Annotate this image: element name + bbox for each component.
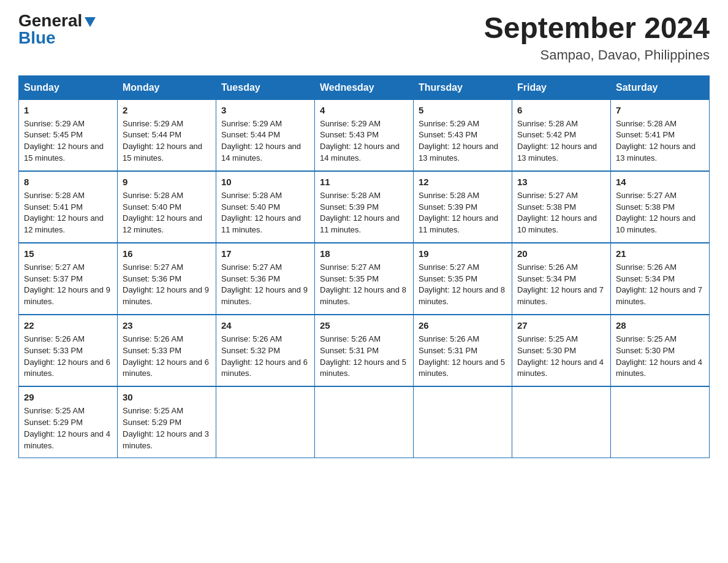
calendar-day-cell: 7Sunrise: 5:28 AMSunset: 5:41 PMDaylight… — [611, 99, 710, 171]
calendar-day-cell: 1Sunrise: 5:29 AMSunset: 5:45 PMDaylight… — [19, 99, 118, 171]
calendar-week-row: 8Sunrise: 5:28 AMSunset: 5:41 PMDaylight… — [19, 171, 710, 243]
calendar-day-cell: 17Sunrise: 5:27 AMSunset: 5:36 PMDayligh… — [216, 243, 315, 315]
day-number: 10 — [221, 175, 309, 189]
day-number: 7 — [616, 104, 704, 117]
calendar-day-cell — [512, 386, 611, 458]
day-number: 25 — [320, 319, 408, 332]
day-number: 3 — [221, 104, 309, 117]
day-number: 29 — [24, 391, 112, 404]
calendar-week-row: 29Sunrise: 5:25 AMSunset: 5:29 PMDayligh… — [19, 386, 710, 458]
day-number: 11 — [320, 175, 408, 189]
calendar-day-cell: 6Sunrise: 5:28 AMSunset: 5:42 PMDaylight… — [512, 99, 611, 171]
calendar-day-cell: 13Sunrise: 5:27 AMSunset: 5:38 PMDayligh… — [512, 171, 611, 243]
calendar-day-cell: 5Sunrise: 5:29 AMSunset: 5:43 PMDaylight… — [414, 99, 512, 171]
calendar-day-cell: 22Sunrise: 5:26 AMSunset: 5:33 PMDayligh… — [19, 315, 118, 386]
day-number: 20 — [517, 247, 605, 261]
day-number: 22 — [24, 319, 112, 332]
calendar-week-row: 1Sunrise: 5:29 AMSunset: 5:45 PMDaylight… — [19, 99, 710, 171]
calendar-day-cell: 9Sunrise: 5:28 AMSunset: 5:40 PMDaylight… — [118, 171, 216, 243]
logo: General Blue — [18, 12, 97, 47]
calendar-day-cell: 19Sunrise: 5:27 AMSunset: 5:35 PMDayligh… — [414, 243, 512, 315]
day-number: 12 — [419, 175, 507, 189]
calendar-day-cell — [414, 386, 512, 458]
day-number: 6 — [517, 104, 605, 117]
calendar-day-cell: 3Sunrise: 5:29 AMSunset: 5:44 PMDaylight… — [216, 99, 315, 171]
calendar-day-header: Thursday — [414, 75, 512, 99]
day-number: 2 — [123, 104, 211, 117]
calendar-day-cell: 11Sunrise: 5:28 AMSunset: 5:39 PMDayligh… — [315, 171, 414, 243]
month-year-title: September 2024 — [484, 12, 710, 45]
day-number: 1 — [24, 104, 112, 117]
day-number: 4 — [320, 104, 408, 117]
calendar-day-cell: 8Sunrise: 5:28 AMSunset: 5:41 PMDaylight… — [19, 171, 118, 243]
day-number: 30 — [123, 391, 211, 404]
calendar-day-cell: 23Sunrise: 5:26 AMSunset: 5:33 PMDayligh… — [118, 315, 216, 386]
calendar-day-cell: 21Sunrise: 5:26 AMSunset: 5:34 PMDayligh… — [611, 243, 710, 315]
calendar-day-cell: 16Sunrise: 5:27 AMSunset: 5:36 PMDayligh… — [118, 243, 216, 315]
calendar-day-cell: 24Sunrise: 5:26 AMSunset: 5:32 PMDayligh… — [216, 315, 315, 386]
calendar-day-cell — [611, 386, 710, 458]
day-number: 9 — [123, 175, 211, 189]
calendar-day-cell: 26Sunrise: 5:26 AMSunset: 5:31 PMDayligh… — [414, 315, 512, 386]
calendar-day-cell: 25Sunrise: 5:26 AMSunset: 5:31 PMDayligh… — [315, 315, 414, 386]
day-number: 17 — [221, 247, 309, 261]
day-number: 14 — [616, 175, 704, 189]
calendar-day-cell: 15Sunrise: 5:27 AMSunset: 5:37 PMDayligh… — [19, 243, 118, 315]
calendar-day-cell — [216, 386, 315, 458]
calendar-day-header: Friday — [512, 75, 611, 99]
calendar-day-header: Monday — [118, 75, 216, 99]
calendar-day-cell: 18Sunrise: 5:27 AMSunset: 5:35 PMDayligh… — [315, 243, 414, 315]
logo-triangle-icon — [83, 15, 97, 28]
svg-marker-0 — [85, 17, 96, 27]
calendar-day-header: Wednesday — [315, 75, 414, 99]
calendar-day-cell: 14Sunrise: 5:27 AMSunset: 5:38 PMDayligh… — [611, 171, 710, 243]
calendar-day-cell: 20Sunrise: 5:26 AMSunset: 5:34 PMDayligh… — [512, 243, 611, 315]
calendar-day-header: Tuesday — [216, 75, 315, 99]
calendar-day-cell: 28Sunrise: 5:25 AMSunset: 5:30 PMDayligh… — [611, 315, 710, 386]
calendar-week-row: 15Sunrise: 5:27 AMSunset: 5:37 PMDayligh… — [19, 243, 710, 315]
calendar-day-cell: 2Sunrise: 5:29 AMSunset: 5:44 PMDaylight… — [118, 99, 216, 171]
day-number: 15 — [24, 247, 112, 261]
calendar-day-cell — [315, 386, 414, 458]
calendar-day-cell: 12Sunrise: 5:28 AMSunset: 5:39 PMDayligh… — [414, 171, 512, 243]
page-header: General Blue September 2024 Sampao, Dava… — [18, 12, 710, 63]
calendar-day-header: Sunday — [19, 75, 118, 99]
day-number: 5 — [419, 104, 507, 117]
calendar-header-row: SundayMondayTuesdayWednesdayThursdayFrid… — [19, 75, 710, 99]
day-number: 19 — [419, 247, 507, 261]
calendar-table: SundayMondayTuesdayWednesdayThursdayFrid… — [18, 75, 710, 459]
calendar-week-row: 22Sunrise: 5:26 AMSunset: 5:33 PMDayligh… — [19, 315, 710, 386]
logo-blue: Blue — [18, 29, 56, 47]
calendar-day-cell: 10Sunrise: 5:28 AMSunset: 5:40 PMDayligh… — [216, 171, 315, 243]
day-number: 27 — [517, 319, 605, 332]
calendar-day-cell: 27Sunrise: 5:25 AMSunset: 5:30 PMDayligh… — [512, 315, 611, 386]
day-number: 26 — [419, 319, 507, 332]
title-block: September 2024 Sampao, Davao, Philippine… — [484, 12, 710, 63]
day-number: 24 — [221, 319, 309, 332]
logo-general: General — [18, 12, 82, 29]
location-subtitle: Sampao, Davao, Philippines — [484, 47, 710, 63]
calendar-day-cell: 30Sunrise: 5:25 AMSunset: 5:29 PMDayligh… — [118, 386, 216, 458]
day-number: 18 — [320, 247, 408, 261]
day-number: 23 — [123, 319, 211, 332]
day-number: 16 — [123, 247, 211, 261]
day-number: 28 — [616, 319, 704, 332]
day-number: 21 — [616, 247, 704, 261]
calendar-day-cell: 29Sunrise: 5:25 AMSunset: 5:29 PMDayligh… — [19, 386, 118, 458]
day-number: 13 — [517, 175, 605, 189]
calendar-day-cell: 4Sunrise: 5:29 AMSunset: 5:43 PMDaylight… — [315, 99, 414, 171]
calendar-day-header: Saturday — [611, 75, 710, 99]
day-number: 8 — [24, 175, 112, 189]
